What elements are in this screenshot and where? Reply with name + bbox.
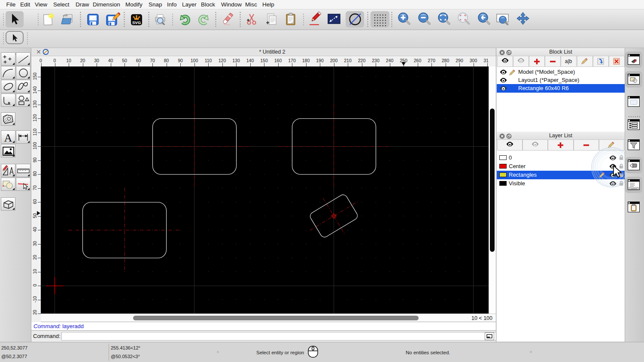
svg-text:a|b: a|b <box>565 58 572 64</box>
svg-text:A: A <box>4 132 12 143</box>
svg-text:SVG: SVG <box>132 20 141 25</box>
svg-text:command: command <box>630 188 637 190</box>
